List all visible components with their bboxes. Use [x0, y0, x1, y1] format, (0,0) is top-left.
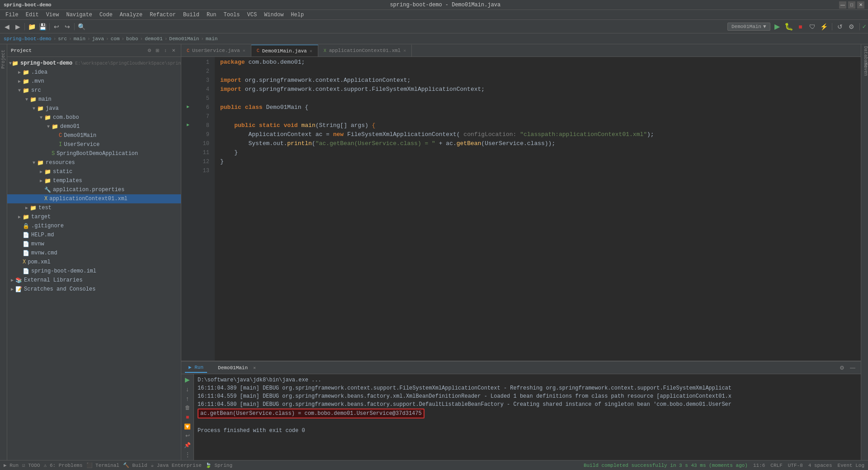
tree-item-mvnwcmd[interactable]: ▶ 📄 mvnw.cmd	[7, 249, 181, 258]
maximize-button[interactable]: □	[848, 1, 855, 9]
minimize-button[interactable]: —	[839, 1, 846, 9]
close-run-tab[interactable]: ✕	[253, 365, 256, 371]
menu-navigate[interactable]: Navigate	[62, 11, 96, 19]
scroll-up-button[interactable]: ↑	[183, 395, 192, 402]
tree-item-scratches[interactable]: ▶ 📝 Scratches and Consoles	[7, 285, 181, 294]
menu-view[interactable]: View	[42, 11, 63, 19]
back-button[interactable]: ◀	[2, 22, 12, 32]
breadcrumb-main[interactable]: main	[74, 36, 85, 42]
tree-item-demo01main[interactable]: ▶ C Demo01Main	[7, 131, 181, 140]
tab-appcontext[interactable]: X applicationContext01.xml ✕	[318, 45, 412, 56]
run-config-selector[interactable]: Demo01Main ▼	[727, 23, 770, 31]
scroll-down-button[interactable]: ↓	[183, 385, 192, 393]
tree-item-resources[interactable]: ▼ 📁 resources	[7, 158, 181, 167]
forward-button[interactable]: ▶	[13, 22, 23, 32]
tree-item-templates[interactable]: ▶ 📁 templates	[7, 176, 181, 185]
coverage-button[interactable]: 🛡	[807, 22, 817, 32]
menu-analyze[interactable]: Analyze	[116, 11, 146, 19]
database-tab[interactable]: Database	[862, 46, 868, 52]
menu-refactor[interactable]: Refactor	[146, 11, 179, 19]
tree-item-main[interactable]: ▼ 📁 main	[7, 95, 181, 104]
breadcrumb-src[interactable]: src	[58, 36, 67, 42]
tree-item-mvnw[interactable]: ▶ 📄 mvnw	[7, 240, 181, 249]
open-file-button[interactable]: 📁	[27, 22, 37, 32]
tab-userservice[interactable]: C UserService.java ✕	[181, 45, 251, 56]
tree-item-gitignore[interactable]: ▶ 🔒 .gitignore	[7, 221, 181, 230]
debug-button[interactable]: 🐛	[784, 22, 794, 32]
line-col-indicator[interactable]: 11:6	[753, 463, 765, 468]
stop-button[interactable]: ■	[796, 22, 806, 32]
search-button[interactable]: 🔍	[76, 22, 86, 32]
more-options-button[interactable]: ⋮	[183, 451, 192, 458]
menu-run[interactable]: Run	[203, 11, 220, 19]
gear-icon[interactable]: ⚙	[146, 47, 153, 54]
menu-window[interactable]: Window	[260, 11, 287, 19]
run-button[interactable]: ▶	[772, 22, 782, 32]
java-enterprise-button[interactable]: ☕ Java Enterprise	[151, 462, 202, 468]
wrap-output-button[interactable]: ↩	[183, 432, 192, 440]
settings-run-button[interactable]: ⚙	[837, 363, 846, 372]
tree-item-springbootapp[interactable]: ▶ S SpringBootDemoApplication	[7, 149, 181, 158]
pin-output-button[interactable]: 📌	[183, 442, 192, 449]
filter-output-button[interactable]: 🔽	[183, 423, 192, 430]
spring-button[interactable]: 🍃 Spring	[205, 462, 232, 468]
bottom-tab-run[interactable]: ▶ Run	[185, 362, 207, 373]
event-log-button[interactable]: Event Log	[838, 463, 864, 468]
tree-item-demo01[interactable]: ▼ 📁 demo01	[7, 122, 181, 131]
tab-demo01main[interactable]: C Demo01Main.java ✕	[251, 45, 318, 56]
rerun-button[interactable]: ▶	[183, 376, 192, 384]
minimize-panel-button[interactable]: —	[848, 363, 857, 372]
breadcrumb-class[interactable]: Demo01Main	[169, 36, 199, 42]
build-button[interactable]: 🔨 Build	[123, 462, 147, 468]
clear-output-button[interactable]: 🗑	[183, 404, 192, 412]
tree-item-helpmd[interactable]: ▶ 📄 HELP.md	[7, 230, 181, 240]
tree-item-src[interactable]: ▼ 📁 src	[7, 86, 181, 95]
update-button[interactable]: ↺	[835, 22, 845, 32]
tree-item-extlibs[interactable]: ▶ 📚 External Libraries	[7, 276, 181, 285]
stop-run-button[interactable]: ■	[183, 414, 192, 421]
menu-tools[interactable]: Tools	[220, 11, 244, 19]
profile-button[interactable]: ⚡	[819, 22, 829, 32]
todo-button[interactable]: ☑ TODO	[22, 462, 40, 468]
maven-tab[interactable]: Maven	[862, 62, 868, 69]
menu-build[interactable]: Build	[179, 11, 203, 19]
tree-item-target[interactable]: ▶ 📁 target	[7, 212, 181, 221]
settings-button[interactable]: ⚙	[847, 22, 857, 32]
breadcrumb-java[interactable]: java	[92, 36, 104, 42]
expand-icon[interactable]: ↕	[162, 47, 169, 54]
code-editor[interactable]: ▶ ▶ 1 2 3 4 5 6 7 8 9 10 11	[181, 57, 861, 361]
run-status-button[interactable]: ▶ Run	[4, 462, 19, 468]
close-tab-userservice[interactable]: ✕	[243, 48, 245, 53]
tree-item-mvn[interactable]: ▶ 📁 .mvn	[7, 77, 181, 86]
tree-item-static[interactable]: ▶ 📁 static	[7, 167, 181, 176]
menu-vcs[interactable]: VCS	[244, 11, 261, 19]
problems-button[interactable]: ⚠ 6: Problems	[44, 462, 83, 468]
close-button[interactable]: ✕	[857, 1, 864, 9]
charset-indicator[interactable]: UTF-8	[788, 463, 803, 468]
save-button[interactable]: 💾	[38, 22, 47, 32]
line-endings-indicator[interactable]: CRLF	[770, 463, 782, 468]
tree-item-java-dir[interactable]: ▼ 📁 java	[7, 104, 181, 113]
tree-item-pomxml[interactable]: ▶ X pom.xml	[7, 258, 181, 267]
breadcrumb-com[interactable]: com	[111, 36, 120, 42]
tree-item-combobo[interactable]: ▼ 📁 com.bobo	[7, 113, 181, 122]
redo-button[interactable]: ↪	[62, 22, 72, 32]
terminal-button[interactable]: ⬛ Terminal	[86, 462, 119, 468]
tree-item-root[interactable]: ▼ 📁 spring-boot-demo E:\workspace\Spring…	[7, 59, 181, 68]
tree-item-userservice[interactable]: ▶ I UserService	[7, 140, 181, 149]
breadcrumb-demo01[interactable]: demo01	[145, 36, 163, 42]
layout-icon[interactable]: ⊞	[154, 47, 161, 54]
tree-item-idea[interactable]: ▶ 📁 .idea	[7, 68, 181, 77]
menu-code[interactable]: Code	[96, 11, 116, 19]
close-panel-icon[interactable]: ✕	[170, 47, 177, 54]
code-content[interactable]: package com.bobo.demo01; import org.spri…	[215, 57, 861, 361]
tree-item-appprops[interactable]: ▶ 🔧 application.properties	[7, 185, 181, 194]
menu-file[interactable]: File	[2, 11, 22, 19]
close-tab-demo01main[interactable]: ✕	[310, 48, 312, 54]
breadcrumb-method[interactable]: main	[206, 36, 217, 42]
tree-item-appcontext[interactable]: ▶ X applicationContext01.xml	[7, 194, 181, 203]
undo-button[interactable]: ↩	[52, 22, 61, 32]
sidebar-tab-project[interactable]: Project	[0, 46, 7, 72]
tree-item-iml[interactable]: ▶ 📄 spring-boot-demo.iml	[7, 267, 181, 276]
menu-edit[interactable]: Edit	[22, 11, 42, 19]
